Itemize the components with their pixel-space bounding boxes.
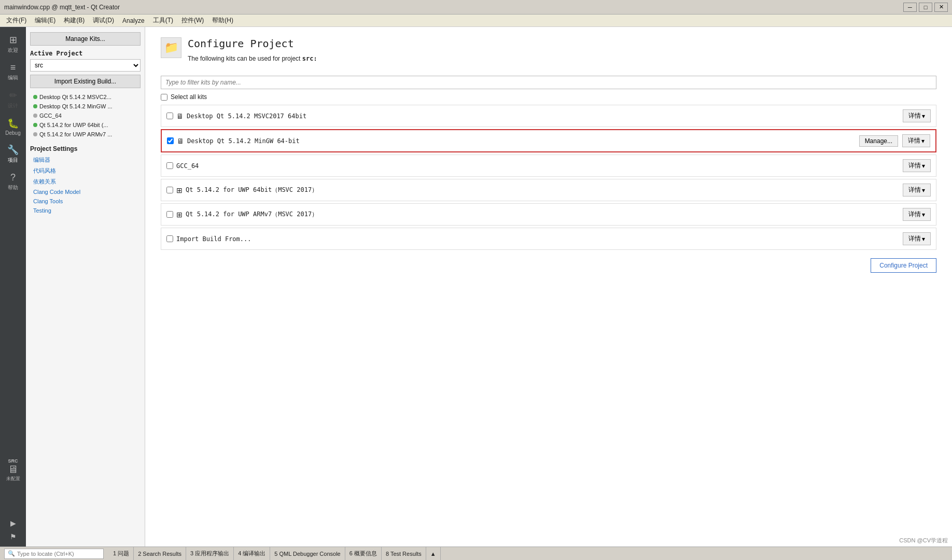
watermark: CSDN @CV学道程 <box>899 537 948 544</box>
build-run-button[interactable]: ⚑ <box>7 531 19 542</box>
kit-list-item-mingw[interactable]: Desktop Qt 5.14.2 MinGW ... <box>30 102 141 111</box>
status-app-output[interactable]: 3 应用程序输出 <box>186 547 234 560</box>
kit-label-mingw: Desktop Qt 5.14.2 MinGW 64-bit <box>187 137 300 145</box>
window-controls: ─ □ ✕ <box>903 3 948 12</box>
kit-checkbox-import[interactable] <box>166 235 173 242</box>
menu-edit[interactable]: 编辑(E) <box>31 15 60 26</box>
kit-row-msvc: 🖥 Desktop Qt 5.14.2 MSVC2017 64bit 详情 ▾ <box>161 105 936 127</box>
statusbar: 🔍 1 问题 2 Search Results 3 应用程序输出 4 编译输出 … <box>0 547 952 560</box>
kit-dot-gcc <box>33 114 37 118</box>
kit-checkbox-uwparm[interactable] <box>166 211 173 218</box>
kit-filter-input[interactable] <box>161 76 936 89</box>
monitor-icon-mingw: 🖥 <box>177 137 184 145</box>
settings-link-editor[interactable]: 编辑器 <box>30 155 141 165</box>
select-all-checkbox[interactable] <box>161 94 167 101</box>
kit-dot-uwparm <box>33 132 37 136</box>
minimize-button[interactable]: ─ <box>903 3 917 12</box>
settings-link-clang-model[interactable]: Clang Code Model <box>30 187 141 197</box>
details-button-uwp64[interactable]: 详情 ▾ <box>903 184 931 197</box>
search-icon: 🔍 <box>8 550 15 557</box>
design-icon: ✏ <box>9 90 17 101</box>
configure-project-button[interactable]: Configure Project <box>871 258 936 273</box>
status-test-results[interactable]: 8 Test Results <box>382 547 426 560</box>
settings-link-testing[interactable]: Testing <box>30 206 141 215</box>
menubar: 文件(F) 编辑(E) 构建(B) 调试(D) Analyze 工具(T) 控件… <box>0 15 952 27</box>
kit-row-uwp64: ⊞ Qt 5.14.2 for UWP 64bit（MSVC 2017） 详情 … <box>161 179 936 201</box>
chevron-down-icon-6: ▾ <box>922 235 925 243</box>
configure-subtitle: The following kits can be used for proje… <box>188 55 317 62</box>
details-button-msvc[interactable]: 详情 ▾ <box>903 109 931 122</box>
sidebar-item-welcome[interactable]: ⊞ 欢迎 <box>2 31 24 57</box>
kit-list-item-uwp64[interactable]: Qt 5.14.2 for UWP 64bit (... <box>30 120 141 130</box>
kit-list-item-gcc[interactable]: GCC_64 <box>30 111 141 120</box>
status-search-results[interactable]: 2 Search Results <box>134 547 186 560</box>
status-arrow[interactable]: ▲ <box>426 547 441 560</box>
menu-debug[interactable]: 调试(D) <box>89 15 118 26</box>
maximize-button[interactable]: □ <box>919 3 932 12</box>
details-button-uwparm[interactable]: 详情 ▾ <box>903 208 931 221</box>
project-icon-large: 📁 <box>161 37 181 58</box>
kit-list-item-uwparm[interactable]: Qt 5.14.2 for UWP ARMv7 ... <box>30 130 141 139</box>
kit-list-item-msvc[interactable]: Desktop Qt 5.14.2 MSVC2... <box>30 92 141 102</box>
help-icon: ? <box>10 172 16 183</box>
settings-link-codestyle[interactable]: 代码风格 <box>30 165 141 176</box>
main-panel: 📁 Configure Project The following kits c… <box>145 27 952 547</box>
details-button-mingw[interactable]: 详情 ▾ <box>902 134 930 147</box>
run-button[interactable]: ▶ <box>7 517 19 529</box>
kit-checkbox-msvc[interactable] <box>166 113 173 119</box>
kit-label-import: Import Build From... <box>176 235 251 243</box>
page-title: Configure Project <box>188 37 317 50</box>
details-button-gcc[interactable]: 详情 ▾ <box>903 159 931 172</box>
project-settings-label: Project Settings <box>30 145 141 152</box>
icon-bar: ⊞ 欢迎 ≡ 编辑 ✏ 设计 🐛 Debug 🔧 项目 ? 帮助 SRC 🖥 <box>0 27 26 547</box>
close-button[interactable]: ✕ <box>934 3 948 12</box>
kit-checkbox-mingw[interactable] <box>167 137 174 144</box>
project-label[interactable]: SRC 🖥 未配置 <box>2 456 24 484</box>
menu-controls[interactable]: 控件(W) <box>177 15 208 26</box>
kit-dot-msvc <box>33 95 37 99</box>
settings-link-clang-tools[interactable]: Clang Tools <box>30 197 141 206</box>
menu-analyze[interactable]: Analyze <box>118 16 149 25</box>
sidebar-item-debug[interactable]: 🐛 Debug <box>2 115 24 139</box>
menu-file[interactable]: 文件(F) <box>2 15 31 26</box>
menu-build[interactable]: 构建(B) <box>60 15 89 26</box>
project-dropdown[interactable]: src <box>30 59 141 72</box>
import-build-button[interactable]: Import Existing Build... <box>30 75 141 88</box>
sidebar-item-project[interactable]: 🔧 项目 <box>2 141 24 167</box>
locate-input[interactable] <box>17 551 100 557</box>
menu-help[interactable]: 帮助(H) <box>208 15 237 26</box>
kit-row-import: Import Build From... 详情 ▾ <box>161 228 936 250</box>
sidebar-item-design[interactable]: ✏ 设计 <box>2 87 24 113</box>
edit-icon: ≡ <box>10 62 16 73</box>
menu-tools[interactable]: 工具(T) <box>149 15 177 26</box>
chevron-down-icon-2: ▾ <box>921 137 925 145</box>
chevron-down-icon-3: ▾ <box>922 162 925 170</box>
uwp-icon: ⊞ <box>176 186 183 194</box>
kit-checkbox-uwp64[interactable] <box>166 187 173 193</box>
status-compile-output[interactable]: 4 编译输出 <box>234 547 270 560</box>
kit-label-msvc: Desktop Qt 5.14.2 MSVC2017 64bit <box>187 113 306 120</box>
select-all-label: Select all kits <box>171 93 207 101</box>
kit-label-uwparm: Qt 5.14.2 for UWP ARMv7（MSVC 2017） <box>186 210 318 219</box>
settings-link-deps[interactable]: 依赖关系 <box>30 176 141 187</box>
kit-row-gcc: GCC_64 详情 ▾ <box>161 155 936 177</box>
chevron-down-icon-5: ▾ <box>922 211 925 218</box>
locate-search[interactable]: 🔍 <box>4 549 104 559</box>
status-general-info[interactable]: 6 概要信息 <box>345 547 382 560</box>
select-all-row: Select all kits <box>161 93 936 101</box>
details-button-import[interactable]: 详情 ▾ <box>903 232 931 245</box>
welcome-icon: ⊞ <box>9 34 17 46</box>
sidebar-item-help[interactable]: ? 帮助 <box>2 169 24 194</box>
project-icon: 🔧 <box>7 144 19 156</box>
chevron-down-icon: ▾ <box>922 113 925 120</box>
sidebar-item-edit[interactable]: ≡ 编辑 <box>2 59 24 85</box>
window-title: mainwindow.cpp @ mqtt_text - Qt Creator <box>4 4 120 11</box>
status-qml-debugger[interactable]: 5 QML Debugger Console <box>270 547 345 560</box>
kit-row-uwparm: ⊞ Qt 5.14.2 for UWP ARMv7（MSVC 2017） 详情 … <box>161 203 936 226</box>
uwparm-icon: ⊞ <box>176 211 183 219</box>
app-container: ⊞ 欢迎 ≡ 编辑 ✏ 设计 🐛 Debug 🔧 项目 ? 帮助 SRC 🖥 <box>0 27 952 547</box>
manage-button-mingw[interactable]: Manage... <box>859 135 898 147</box>
kit-checkbox-gcc[interactable] <box>166 162 173 169</box>
manage-kits-button[interactable]: Manage Kits... <box>30 32 141 46</box>
status-problems[interactable]: 1 问题 <box>109 547 134 560</box>
